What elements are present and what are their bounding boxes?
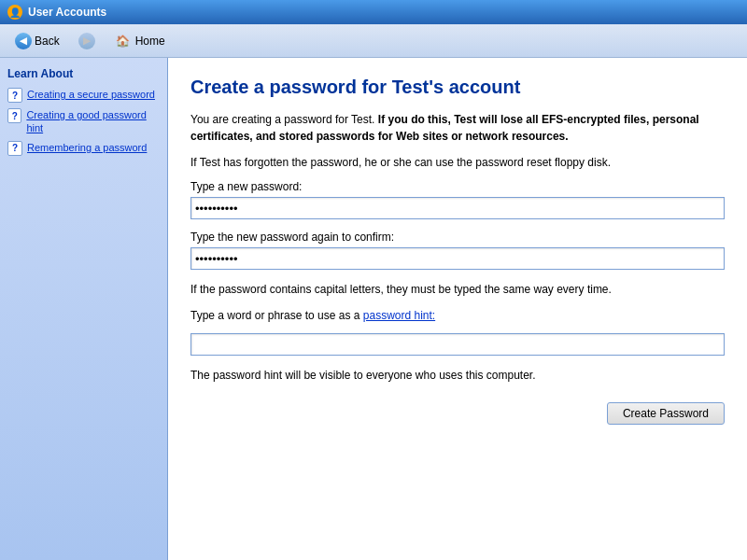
reset-text: If Test has forgotten the password, he o… — [190, 154, 725, 171]
button-row: Create Password — [190, 402, 725, 425]
home-icon: 🏠 — [114, 33, 133, 49]
intro-paragraph: You are creating a password for Test. If… — [190, 111, 725, 145]
window-title: User Accounts — [28, 6, 106, 19]
hint-note: The password hint will be visible to eve… — [190, 367, 725, 384]
sidebar: Learn About ? Creating a secure password… — [0, 58, 168, 560]
sidebar-item-secure-password[interactable]: ? Creating a secure password — [7, 88, 160, 103]
page-title: Create a password for Test's account — [190, 77, 725, 98]
content-area: Create a password for Test's account You… — [168, 58, 747, 560]
help-icon-hint: ? — [7, 108, 21, 123]
create-password-button[interactable]: Create Password — [607, 402, 725, 425]
sidebar-item-remember[interactable]: ? Remembering a password — [7, 141, 160, 156]
sidebar-label-secure-password: Creating a secure password — [27, 88, 155, 101]
confirm-password-label: Type the new password again to confirm: — [190, 231, 725, 244]
sidebar-title: Learn About — [7, 67, 160, 80]
window-icon: 👤 — [7, 5, 22, 20]
hint-link[interactable]: password hint: — [363, 309, 435, 322]
sidebar-label-remember: Remembering a password — [27, 141, 147, 154]
help-icon-remember: ? — [7, 141, 22, 156]
back-label: Back — [35, 35, 60, 48]
sidebar-label-good-hint: Creating a good password hint — [26, 108, 160, 135]
hint-label-row: Type a word or phrase to use as a passwo… — [190, 307, 725, 324]
caps-warning: If the password contains capital letters… — [190, 281, 725, 298]
home-label: Home — [135, 35, 165, 48]
intro-text: You are creating a password for Test. — [190, 113, 374, 126]
new-password-input[interactable] — [190, 197, 725, 219]
back-button[interactable]: ◀ Back — [7, 30, 67, 52]
help-icon-secure: ? — [7, 88, 22, 103]
forward-arrow-icon: ▶ — [78, 33, 95, 49]
forward-button[interactable]: ▶ — [71, 30, 103, 52]
hint-label-prefix: Type a word or phrase to use as a — [190, 309, 359, 322]
home-button[interactable]: 🏠 Home — [106, 30, 173, 52]
main-layout: Learn About ? Creating a secure password… — [0, 58, 747, 560]
confirm-password-input[interactable] — [190, 247, 725, 270]
back-arrow-icon: ◀ — [15, 33, 32, 49]
sidebar-item-good-hint[interactable]: ? Creating a good password hint — [7, 108, 160, 135]
new-password-label: Type a new password: — [190, 180, 725, 193]
toolbar: ◀ Back ▶ 🏠 Home — [0, 24, 747, 58]
title-bar: 👤 User Accounts — [0, 0, 747, 24]
hint-input[interactable] — [190, 333, 725, 356]
